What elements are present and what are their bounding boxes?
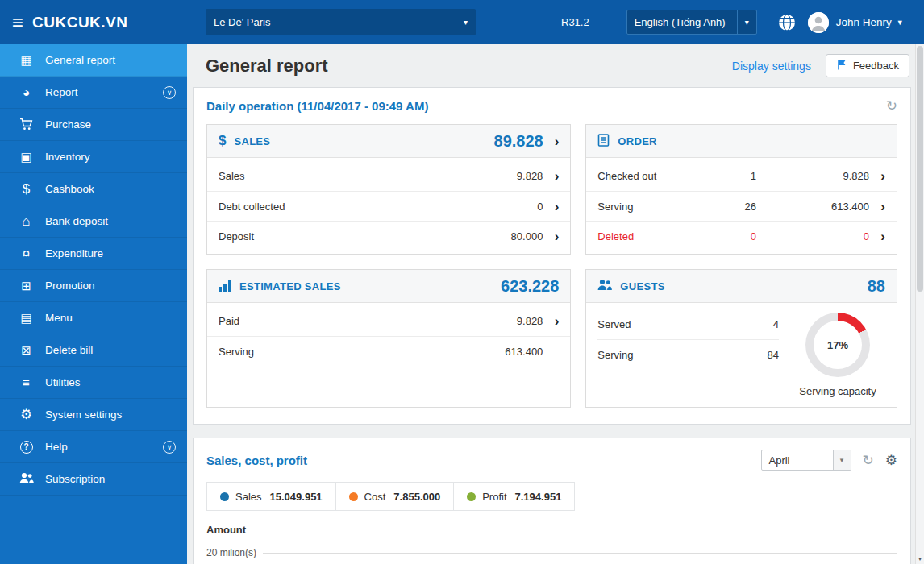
avatar[interactable]: [808, 12, 829, 33]
refresh-icon[interactable]: ↻: [886, 99, 897, 113]
user-menu[interactable]: John Henry ▼: [836, 16, 904, 28]
row-label: Debt collected: [219, 201, 537, 213]
sidebar-item-general-report[interactable]: ▦ General report: [0, 44, 187, 77]
sales-panel-title: SALES: [234, 135, 270, 147]
sales-row[interactable]: Debt collected 0 ›: [207, 191, 570, 221]
sales-dollar-icon: $: [219, 133, 226, 149]
sales-row[interactable]: Deposit 80.000 ›: [207, 221, 570, 251]
feedback-button[interactable]: Feedback: [826, 54, 909, 77]
chevron-right-icon[interactable]: ›: [543, 314, 559, 328]
gear-icon[interactable]: ⚙: [885, 454, 897, 467]
chevron-right-icon[interactable]: ›: [543, 200, 559, 214]
app-logo: CUKCUK.VN: [32, 14, 128, 31]
order-row[interactable]: Serving 26 613.400 ›: [586, 191, 897, 221]
cost-series-dot: [349, 492, 358, 501]
legend-value: 15.049.951: [270, 491, 323, 503]
chevron-right-icon[interactable]: ›: [555, 135, 560, 148]
gear-icon: ⚙: [19, 408, 34, 421]
sidebar-item-menu[interactable]: ▤ Menu: [0, 302, 187, 334]
row-label: Serving: [219, 346, 505, 358]
sales-cost-profit-card: Sales, cost, profit April ▾ ↻ ⚙ Sales 15…: [193, 438, 911, 564]
sidebar-item-expenditure[interactable]: ¤ Expenditure: [0, 238, 187, 270]
chevron-down-icon: ▾: [833, 450, 851, 470]
hamburger-menu-icon[interactable]: ≡: [12, 13, 23, 32]
sidebar-item-subscription[interactable]: Subscription: [0, 463, 187, 496]
row-label: Sales: [219, 170, 517, 182]
row-label: Served: [597, 318, 631, 330]
sidebar-item-system-settings[interactable]: ⚙ System settings: [0, 399, 187, 431]
row-value: 613.400: [505, 346, 543, 358]
sidebar-item-label: General report: [45, 54, 176, 66]
restaurant-selector[interactable]: Le De' Paris ▾: [206, 9, 476, 35]
expand-chevron-icon[interactable]: ∨: [163, 86, 176, 99]
row-value: 9.828: [517, 170, 543, 182]
estimated-row: Serving 613.400: [207, 336, 570, 366]
estimated-row[interactable]: Paid 9.828 ›: [207, 306, 570, 336]
order-panel-title: ORDER: [618, 135, 656, 147]
sidebar-item-help[interactable]: ? Help ∨: [0, 431, 187, 463]
delete-bill-icon: ⊠: [19, 344, 34, 356]
order-panel: ORDER Checked out 1 9.828 › Serving 26 6…: [585, 124, 897, 255]
expand-chevron-icon[interactable]: ∨: [163, 441, 176, 454]
sidebar-item-label: Bank deposit: [45, 215, 176, 227]
order-row-deleted[interactable]: Deleted 0 0 ›: [586, 221, 897, 251]
language-selector[interactable]: English (Tiếng Anh) ▾: [626, 10, 757, 35]
promotion-icon: ⊞: [19, 280, 34, 292]
restaurant-selector-value: Le De' Paris: [214, 16, 270, 28]
sidebar-item-utilities[interactable]: ≡ Utilities: [0, 367, 187, 399]
sales-series-dot: [220, 492, 229, 501]
sidebar-item-label: Purchase: [45, 118, 176, 131]
row-label: Checked out: [597, 170, 692, 182]
vertical-scrollbar[interactable]: ▾: [915, 44, 924, 564]
sidebar-item-purchase[interactable]: Purchase: [0, 109, 187, 141]
bank-icon: ⌂: [19, 214, 34, 228]
sidebar-item-bank-deposit[interactable]: ⌂ Bank deposit: [0, 205, 187, 238]
month-selector[interactable]: April ▾: [761, 450, 851, 471]
sidebar-item-promotion[interactable]: ⊞ Promotion: [0, 270, 187, 302]
chevron-down-icon: ▾: [737, 10, 756, 34]
page-title: General report: [206, 56, 328, 77]
row-count: 0: [692, 230, 756, 243]
list-icon: ≡: [19, 376, 34, 388]
chevron-down-icon: ▾: [464, 18, 468, 27]
language-selector-value: English (Tiếng Anh): [627, 16, 737, 28]
row-value: 613.400: [756, 201, 869, 213]
people-icon: [19, 472, 34, 486]
order-doc-icon: [597, 134, 610, 149]
chevron-right-icon[interactable]: ›: [869, 200, 885, 214]
row-label: Deleted: [597, 230, 692, 243]
order-row[interactable]: Checked out 1 9.828 ›: [586, 161, 897, 191]
sales-row[interactable]: Sales 9.828 ›: [207, 161, 570, 191]
inventory-icon: ▣: [19, 151, 34, 163]
globe-icon[interactable]: [778, 14, 796, 31]
chevron-right-icon[interactable]: ›: [869, 169, 885, 183]
expenditure-icon: ¤: [19, 247, 34, 260]
chevron-right-icon[interactable]: ›: [869, 230, 885, 243]
legend-item-profit: Profit 7.194.951: [454, 482, 575, 511]
username: John Henry: [836, 16, 892, 28]
estimated-sales-title: ESTIMATED SALES: [239, 280, 341, 292]
sidebar-item-report[interactable]: ◕ Report ∨: [0, 77, 187, 109]
version-label: R31.2: [561, 16, 589, 28]
guests-total: 88: [868, 277, 885, 296]
scrollbar-thumb[interactable]: [917, 46, 923, 292]
sidebar-item-label: Inventory: [45, 151, 176, 163]
sidebar-item-label: Help: [45, 441, 152, 453]
sidebar-item-inventory[interactable]: ▣ Inventory: [0, 141, 187, 173]
display-settings-link[interactable]: Display settings: [732, 60, 811, 73]
chevron-right-icon[interactable]: ›: [543, 169, 559, 183]
chevron-right-icon[interactable]: ›: [543, 230, 559, 243]
scroll-down-arrow[interactable]: ▾: [916, 554, 924, 564]
estimated-sales-total: 623.228: [501, 277, 559, 296]
sidebar-item-label: Menu: [45, 312, 176, 324]
row-label: Deposit: [219, 230, 511, 243]
row-value: 4: [773, 318, 779, 330]
refresh-icon[interactable]: ↻: [863, 454, 874, 467]
sidebar-item-delete-bill[interactable]: ⊠ Delete bill: [0, 334, 187, 367]
row-value: 9.828: [517, 315, 543, 327]
guests-panel-title: GUESTS: [620, 280, 664, 292]
sales-panel: $ SALES 89.828 › Sales 9.828 › Debt coll…: [206, 124, 571, 255]
serving-capacity-donut: 17%: [805, 313, 870, 377]
guests-row: Served 4: [597, 309, 779, 339]
sidebar-item-cashbook[interactable]: $ Cashbook: [0, 173, 187, 205]
